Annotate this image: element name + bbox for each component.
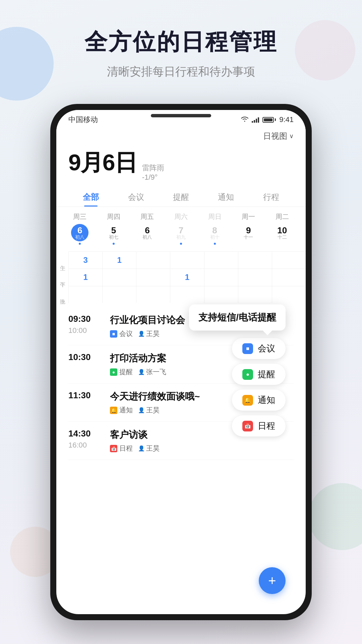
tooltip-text: 支持短信/电话提醒 <box>198 312 276 323</box>
week-day-sun[interactable]: 周日 8 初十 <box>198 212 232 245</box>
person-name-4: 王昊 <box>146 444 160 453</box>
tab-notice[interactable]: 通知 <box>203 187 248 207</box>
notice-icon: 🔔 <box>110 407 117 414</box>
week-day-fri[interactable]: 周五 6 初八 <box>130 212 164 245</box>
grid-col-1: 1 <box>102 251 136 303</box>
phone-notch <box>151 114 211 117</box>
weather-temp: -1/9° <box>142 173 164 182</box>
day-dot-sun <box>214 243 216 245</box>
action-schedule-label: 日程 <box>258 420 275 432</box>
day-dot-thu <box>113 243 115 245</box>
grid-cell-am-2 <box>136 251 170 269</box>
grid-cell-pm-5 <box>238 269 272 286</box>
grid-cell-pm-6 <box>272 269 306 286</box>
status-time: 9:41 <box>279 115 294 124</box>
event-person-1: 👤 王昊 <box>138 329 160 338</box>
bg-decoration-green <box>308 483 362 550</box>
grid-cell-am-6 <box>272 251 306 269</box>
wifi-icon <box>241 116 248 124</box>
week-day-sat[interactable]: 周六 7 初九 <box>164 212 198 245</box>
grid-col-6 <box>272 251 306 303</box>
date-header: 9月6日 雷阵雨 -1/9° <box>56 144 306 187</box>
tab-meeting[interactable]: 会议 <box>113 187 158 207</box>
grid-cell-night-2 <box>136 286 170 303</box>
grid-cell-night-0 <box>68 286 102 303</box>
day-name-tue: 周二 <box>265 212 299 221</box>
week-day-thu[interactable]: 周四 5 初七 <box>97 212 131 245</box>
grid-col-0: 3 1 <box>68 251 102 303</box>
event-person-3: 👤 王昊 <box>138 406 160 415</box>
event-times-4: 14:30 16:00 <box>68 428 102 450</box>
event-type-reminder: ● 提醒 <box>110 367 133 376</box>
grid-col-3: 1 <box>170 251 204 303</box>
status-bar: 中国移动 <box>56 110 306 128</box>
day-dot-tue <box>281 243 283 245</box>
grid-cell-pm-2 <box>136 269 170 286</box>
event-start-4: 14:30 <box>68 428 102 439</box>
grid-cells: 3 1 1 <box>68 251 306 303</box>
grid-cell-night-5 <box>238 286 272 303</box>
person-icon-1: 👤 <box>138 331 145 337</box>
grid-cell-night-4 <box>204 286 238 303</box>
event-times-2: 10:30 <box>68 352 102 364</box>
week-day-tue[interactable]: 周二 10 十二 <box>265 212 299 245</box>
day-num-tue: 10 十二 <box>274 224 291 241</box>
day-name-wed: 周三 <box>63 212 97 221</box>
person-name-3: 王昊 <box>146 406 160 415</box>
view-mode-button[interactable]: 日视图 ∨ <box>263 131 294 141</box>
event-start-3: 11:30 <box>68 390 102 401</box>
grid-col-5 <box>238 251 272 303</box>
tab-reminder[interactable]: 提醒 <box>159 187 203 207</box>
signal-icon <box>252 117 259 123</box>
fab-plus-icon: + <box>268 573 276 588</box>
grid-cell-pm-1 <box>102 269 136 286</box>
day-name-mon: 周一 <box>232 212 265 221</box>
action-meeting-icon: ■ <box>242 343 253 354</box>
time-label-am: 上午 <box>59 253 66 270</box>
action-btn-notice[interactable]: 🔔 通知 <box>232 390 286 411</box>
date-display: 9月6日 <box>68 148 137 178</box>
person-icon-4: 👤 <box>138 445 145 452</box>
grid-cell-pm-3: 1 <box>170 269 204 286</box>
week-day-wed[interactable]: 周三 6 初八 <box>63 212 97 245</box>
grid-cell-pm-0: 1 <box>68 269 102 286</box>
weather-description: 雷阵雨 <box>142 163 164 173</box>
schedule-label: 日程 <box>119 444 133 453</box>
week-days-header: 周三 6 初八 周四 5 初七 <box>63 212 299 245</box>
grid-cell-am-1: 1 <box>102 251 136 269</box>
grid-cell-pm-4 <box>204 269 238 286</box>
view-mode-label: 日视图 <box>263 131 287 141</box>
view-selector[interactable]: 日视图 ∨ <box>56 128 306 144</box>
tab-all[interactable]: 全部 <box>68 187 113 207</box>
action-btn-meeting[interactable]: ■ 会议 <box>232 338 286 359</box>
meeting-icon: ■ <box>110 330 117 338</box>
action-notice-icon: 🔔 <box>242 395 253 406</box>
day-name-sun: 周日 <box>198 212 232 221</box>
week-day-mon[interactable]: 周一 9 十一 <box>232 212 265 245</box>
weather-info: 雷阵雨 -1/9° <box>142 163 164 182</box>
action-btn-reminder[interactable]: ● 提醒 <box>232 364 286 385</box>
header-subtitle: 清晰安排每日行程和待办事项 <box>0 64 362 79</box>
person-name-2: 张一飞 <box>146 367 166 376</box>
tab-schedule[interactable]: 行程 <box>249 187 294 207</box>
fab-add-button[interactable]: + <box>259 567 286 594</box>
person-icon-2: 👤 <box>138 369 145 375</box>
grid-cell-night-1 <box>102 286 136 303</box>
header-title: 全方位的日程管理 <box>0 27 362 57</box>
day-dot-mon <box>247 243 249 245</box>
action-btn-schedule[interactable]: 📅 日程 <box>232 415 286 436</box>
reminder-icon: ● <box>110 368 117 376</box>
tabs-row: 全部 会议 提醒 通知 行程 <box>56 187 306 207</box>
grid-col-2 <box>136 251 170 303</box>
day-dot-fri <box>146 243 148 245</box>
notice-label: 通知 <box>119 406 133 415</box>
grid-cell-night-6 <box>272 286 306 303</box>
day-name-thu: 周四 <box>97 212 131 221</box>
chevron-down-icon: ∨ <box>289 132 294 140</box>
event-type-meeting: ■ 会议 <box>110 329 133 338</box>
phone-mockup: 中国移动 <box>50 104 312 620</box>
grid-cell-am-5 <box>238 251 272 269</box>
event-end-1: 10:00 <box>68 326 102 335</box>
time-label-pm: 下午 <box>59 270 66 286</box>
tooltip-popup: 支持短信/电话提醒 <box>189 304 286 331</box>
